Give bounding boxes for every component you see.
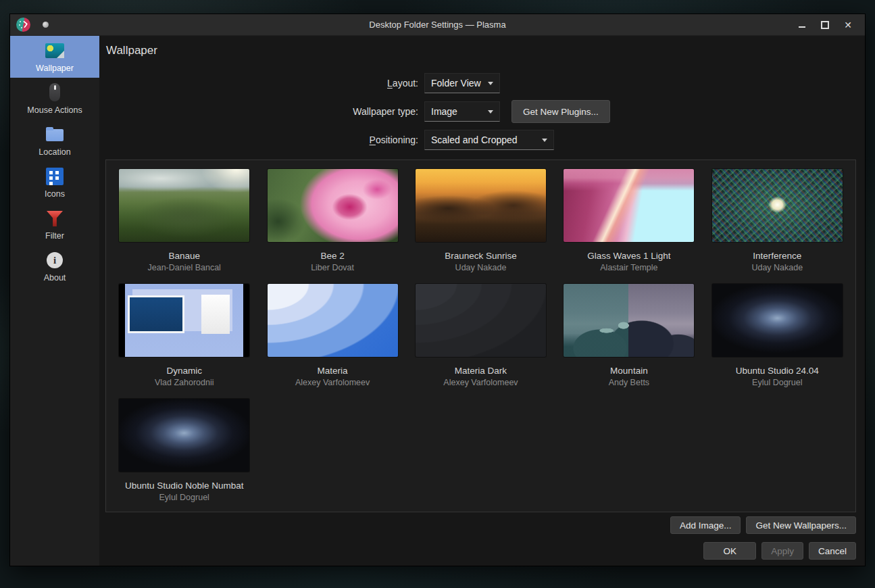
wallpaper-name: Ubuntu Studio 24.04 — [736, 366, 819, 376]
wallpaper-author: Vlad Zahorodnii — [155, 378, 214, 387]
positioning-label: Positioning: — [105, 134, 424, 145]
wallpaper-item[interactable]: Bee 2 Liber Dovat — [258, 169, 406, 284]
mouse-icon — [45, 82, 65, 103]
wallpaper-icon — [45, 41, 65, 61]
wallpaper-author: Liber Dovat — [311, 263, 354, 272]
sidebar-item-label: About — [44, 273, 66, 283]
wallpaper-thumbnail[interactable] — [119, 399, 249, 472]
wallpaper-thumbnail[interactable] — [564, 284, 694, 357]
wallpaper-item[interactable]: Ubuntu Studio 24.04 Eylul Dogruel — [703, 284, 851, 399]
wallpaper-type-dropdown-value: Image — [431, 106, 457, 117]
sidebar-item-label: Filter — [45, 231, 64, 241]
wallpaper-item[interactable]: Materia Dark Alexey Varfolomeev — [407, 284, 555, 399]
layout-dropdown[interactable]: Folder View — [424, 73, 500, 93]
layout-label: Layout: — [105, 78, 424, 89]
sidebar-item-wallpaper[interactable]: Wallpaper — [10, 36, 99, 78]
cancel-button[interactable]: Cancel — [809, 542, 856, 560]
wallpaper-thumbnail[interactable] — [416, 169, 546, 242]
wallpaper-type-dropdown[interactable]: Image — [424, 101, 500, 122]
wallpaper-type-label: Wallpaper type: — [105, 106, 424, 117]
wallpaper-item[interactable]: Brauneck Sunrise Uday Nakade — [407, 169, 555, 284]
about-icon — [45, 250, 65, 270]
close-button[interactable]: ✕ — [836, 15, 859, 35]
chevron-down-icon — [488, 110, 493, 114]
sidebar: Wallpaper Mouse Actions Location Icons F… — [10, 36, 99, 566]
add-image-button[interactable]: Add Image... — [670, 516, 741, 534]
wallpaper-name: Dynamic — [166, 366, 202, 376]
wallpaper-thumbnail[interactable] — [712, 169, 843, 242]
sidebar-item-icons[interactable]: Icons — [10, 162, 99, 203]
maximize-icon — [821, 21, 829, 29]
dialog-buttons-row: OK Apply Cancel — [105, 542, 856, 560]
positioning-dropdown[interactable]: Scaled and Cropped — [424, 130, 554, 150]
settings-window: Desktop Folder Settings — Plasma ✕ Wallp… — [9, 14, 866, 566]
wallpaper-author: Eylul Dogruel — [752, 378, 802, 387]
icons-grid-icon — [45, 166, 65, 187]
content-area: Wallpaper Layout: Folder View Wallpaper … — [99, 36, 865, 566]
filter-icon — [45, 208, 65, 228]
wallpaper-form: Layout: Folder View Wallpaper type: Imag… — [105, 72, 856, 157]
wallpaper-item[interactable]: Mountain Andy Betts — [555, 284, 703, 399]
sidebar-item-label: Mouse Actions — [27, 105, 82, 115]
wallpaper-name: Materia Dark — [455, 366, 507, 376]
wallpaper-name: Interference — [753, 251, 801, 261]
wallpaper-name: Brauneck Sunrise — [445, 251, 517, 261]
minimize-button[interactable] — [791, 15, 814, 35]
titlebar: Desktop Folder Settings — Plasma ✕ — [10, 14, 865, 36]
titlebar-pin-dot — [43, 22, 49, 28]
wallpaper-item[interactable]: Dynamic Vlad Zahorodnii — [110, 284, 258, 399]
layout-dropdown-value: Folder View — [431, 78, 481, 89]
wallpaper-item[interactable]: Materia Alexey Varfolomeev — [258, 284, 406, 399]
wallpaper-item[interactable]: Glass Waves 1 Light Alastair Temple — [555, 169, 703, 284]
wallpaper-name: Glass Waves 1 Light — [587, 251, 670, 261]
page-title: Wallpaper — [106, 44, 856, 57]
sidebar-item-filter[interactable]: Filter — [10, 203, 99, 245]
sidebar-item-label: Wallpaper — [36, 64, 74, 73]
window-title: Desktop Folder Settings — Plasma — [10, 20, 865, 30]
maximize-button[interactable] — [814, 15, 836, 35]
chevron-down-icon — [488, 82, 493, 85]
get-new-wallpapers-button[interactable]: Get New Wallpapers... — [746, 516, 856, 534]
wallpaper-name: Ubuntu Studio Noble Numbat — [125, 481, 244, 491]
wallpaper-author: Alexey Varfolomeev — [295, 378, 370, 387]
wallpaper-item[interactable]: Interference Uday Nakade — [703, 169, 851, 284]
wallpaper-item[interactable]: Ubuntu Studio Noble Numbat Eylul Dogruel — [110, 399, 258, 512]
wallpaper-thumbnail[interactable] — [564, 169, 694, 242]
sidebar-item-about[interactable]: About — [10, 245, 99, 287]
wallpaper-thumbnail[interactable] — [119, 169, 249, 242]
wallpaper-thumbnail[interactable] — [268, 284, 398, 357]
wallpaper-actions-row: Add Image... Get New Wallpapers... — [105, 516, 856, 534]
wallpaper-name: Materia — [318, 366, 348, 376]
wallpaper-name: Bee 2 — [320, 251, 344, 261]
ok-button[interactable]: OK — [703, 542, 756, 560]
get-new-plugins-button[interactable]: Get New Plugins... — [511, 100, 610, 123]
apply-button[interactable]: Apply — [761, 542, 803, 560]
wallpaper-item[interactable]: Banaue Jean-Daniel Bancal — [110, 169, 258, 284]
sidebar-item-location[interactable]: Location — [10, 120, 99, 162]
wallpaper-author: Andy Betts — [609, 378, 649, 387]
wallpaper-author: Eylul Dogruel — [159, 493, 209, 502]
wallpaper-thumbnail[interactable] — [268, 169, 398, 242]
close-icon: ✕ — [844, 20, 852, 30]
minimize-icon — [799, 26, 805, 28]
wallpaper-grid: Banaue Jean-Daniel Bancal Bee 2 Liber Do… — [106, 160, 855, 512]
wallpaper-thumbnail[interactable] — [712, 284, 843, 357]
positioning-dropdown-value: Scaled and Cropped — [431, 134, 518, 145]
app-icon[interactable] — [16, 18, 30, 32]
wallpaper-author: Alexey Varfolomeev — [443, 378, 518, 387]
wallpaper-author: Alastair Temple — [600, 263, 657, 272]
wallpaper-panel: Banaue Jean-Daniel Bancal Bee 2 Liber Do… — [105, 160, 856, 512]
sidebar-item-label: Icons — [45, 189, 65, 199]
wallpaper-name: Banaue — [168, 251, 200, 261]
wallpaper-author: Uday Nakade — [751, 263, 803, 272]
wallpaper-thumbnail[interactable] — [119, 284, 249, 357]
chevron-down-icon — [542, 139, 547, 142]
wallpaper-name: Mountain — [610, 366, 648, 376]
wallpaper-author: Jean-Daniel Bancal — [147, 263, 220, 272]
sidebar-item-mouse-actions[interactable]: Mouse Actions — [10, 78, 99, 120]
wallpaper-author: Uday Nakade — [455, 263, 507, 272]
sidebar-item-label: Location — [39, 147, 70, 157]
folder-icon — [45, 124, 65, 145]
wallpaper-thumbnail[interactable] — [416, 284, 546, 357]
